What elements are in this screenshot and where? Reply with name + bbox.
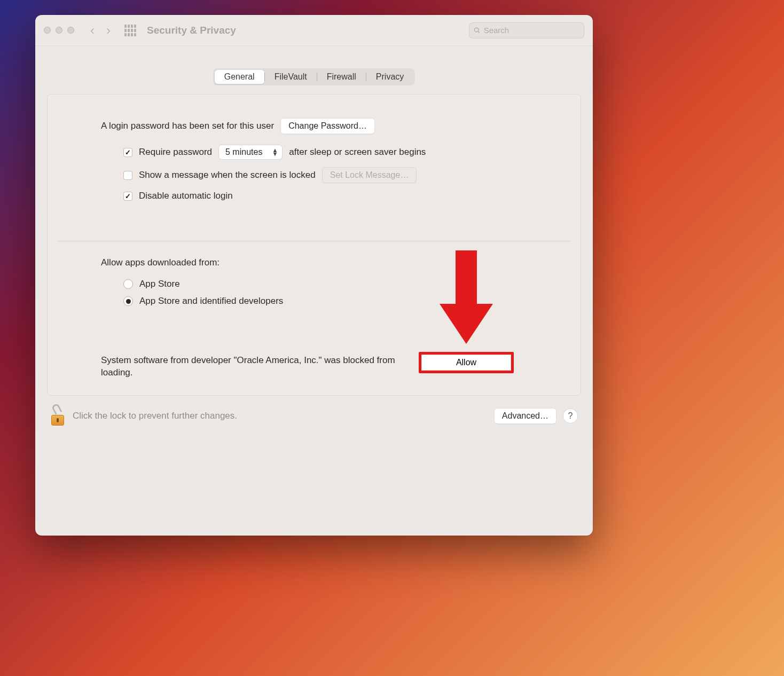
gatekeeper-section: Allow apps downloaded from: App Store Ap… (48, 241, 581, 379)
password-set-row: A login password has been set for this u… (101, 118, 527, 134)
radio-app-store[interactable] (123, 279, 133, 289)
option-app-store-identified-label: App Store and identified developers (139, 296, 283, 306)
allow-button[interactable]: Allow (421, 355, 511, 371)
show-message-checkbox[interactable] (123, 171, 132, 180)
close-window-button[interactable] (44, 27, 51, 34)
change-password-button[interactable]: Change Password… (280, 118, 375, 134)
set-lock-message-button: Set Lock Message… (322, 167, 417, 183)
nav-buttons: ‹ › (90, 23, 111, 38)
window-title: Security & Privacy (147, 25, 236, 36)
delay-value: 5 minutes (225, 147, 262, 157)
allow-button-wrapper: Allow (421, 355, 511, 371)
password-set-text: A login password has been set for this u… (101, 121, 274, 131)
after-sleep-text: after sleep or screen saver begins (289, 147, 426, 158)
minimize-window-button[interactable] (56, 27, 62, 34)
footer-buttons: Advanced… ? (494, 408, 578, 424)
disable-auto-login-row: Disable automatic login (123, 191, 527, 201)
window-toolbar: ‹ › Security & Privacy (35, 15, 593, 46)
lock-icon[interactable] (50, 406, 65, 426)
help-button[interactable]: ? (563, 408, 578, 423)
show-all-icon[interactable] (124, 25, 136, 36)
login-section: A login password has been set for this u… (48, 118, 581, 241)
traffic-lights (44, 27, 74, 34)
zoom-window-button[interactable] (67, 27, 74, 34)
require-password-label: Require password (139, 147, 212, 158)
stepper-icon: ▲▼ (272, 148, 278, 156)
blocked-software-text: System software from developer "Oracle A… (101, 355, 411, 379)
window-footer: Click the lock to prevent further change… (35, 396, 593, 438)
tab-privacy[interactable]: Privacy (366, 70, 413, 84)
disable-auto-login-label: Disable automatic login (139, 191, 233, 201)
disable-auto-login-checkbox[interactable] (123, 192, 132, 201)
security-privacy-window: ‹ › Security & Privacy General FileVault… (35, 15, 593, 536)
back-button[interactable]: ‹ (90, 23, 95, 38)
forward-button[interactable]: › (106, 23, 111, 38)
show-message-row: Show a message when the screen is locked… (123, 167, 527, 183)
annotation-arrow-icon (440, 250, 493, 347)
show-message-label: Show a message when the screen is locked (139, 170, 316, 180)
tab-general[interactable]: General (215, 70, 264, 84)
tab-filevault[interactable]: FileVault (265, 70, 317, 84)
require-password-delay-select[interactable]: 5 minutes ▲▼ (218, 145, 283, 160)
segmented-control: General FileVault Firewall Privacy (213, 68, 415, 85)
tab-bar: General FileVault Firewall Privacy (35, 46, 593, 85)
lock-hint-text: Click the lock to prevent further change… (73, 411, 487, 421)
tab-firewall[interactable]: Firewall (317, 70, 366, 84)
radio-app-store-identified[interactable] (123, 296, 133, 306)
search-input[interactable] (484, 26, 579, 35)
require-password-checkbox[interactable] (123, 148, 132, 157)
blocked-software-row: System software from developer "Oracle A… (101, 355, 527, 379)
require-password-row: Require password 5 minutes ▲▼ after slee… (123, 145, 527, 160)
option-app-store-label: App Store (139, 279, 180, 289)
content-panel: A login password has been set for this u… (47, 94, 581, 396)
search-field[interactable] (469, 22, 584, 38)
advanced-button[interactable]: Advanced… (494, 408, 556, 424)
search-icon (474, 27, 481, 34)
